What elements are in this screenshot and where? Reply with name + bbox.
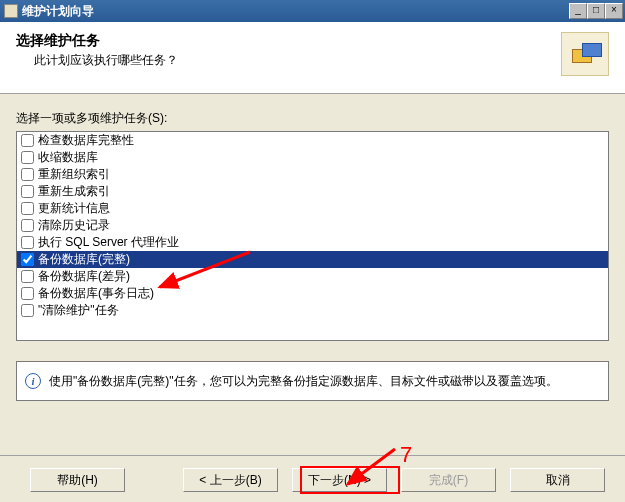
task-label: 备份数据库(事务日志) <box>38 285 154 302</box>
task-checkbox[interactable] <box>21 185 34 198</box>
task-row[interactable]: 更新统计信息 <box>17 200 608 217</box>
task-row[interactable]: 执行 SQL Server 代理作业 <box>17 234 608 251</box>
task-checkbox[interactable] <box>21 236 34 249</box>
info-text: 使用"备份数据库(完整)"任务，您可以为完整备份指定源数据库、目标文件或磁带以及… <box>49 373 558 390</box>
task-checkbox[interactable] <box>21 168 34 181</box>
app-icon <box>4 4 18 18</box>
task-checkbox[interactable] <box>21 202 34 215</box>
cancel-button[interactable]: 取消 <box>510 468 605 492</box>
back-button[interactable]: < 上一步(B) <box>183 468 278 492</box>
task-list[interactable]: 检查数据库完整性收缩数据库重新组织索引重新生成索引更新统计信息清除历史记录执行 … <box>16 131 609 341</box>
task-label: 检查数据库完整性 <box>38 132 134 149</box>
task-row[interactable]: 备份数据库(事务日志) <box>17 285 608 302</box>
task-row[interactable]: 清除历史记录 <box>17 217 608 234</box>
task-label: "清除维护"任务 <box>38 302 119 319</box>
button-row: < 上一步(B) 下一步(N) > 完成(F) 取消 <box>0 455 625 492</box>
task-label: 收缩数据库 <box>38 149 98 166</box>
window-title: 维护计划向导 <box>22 3 569 20</box>
task-checkbox[interactable] <box>21 219 34 232</box>
task-label: 清除历史记录 <box>38 217 110 234</box>
next-button[interactable]: 下一步(N) > <box>292 468 387 492</box>
task-checkbox[interactable] <box>21 287 34 300</box>
task-row[interactable]: 收缩数据库 <box>17 149 608 166</box>
task-checkbox[interactable] <box>21 270 34 283</box>
close-button[interactable]: × <box>605 3 623 19</box>
task-checkbox[interactable] <box>21 253 34 266</box>
page-title: 选择维护任务 <box>16 32 561 50</box>
task-row[interactable]: 备份数据库(完整) <box>17 251 608 268</box>
page-subtitle: 此计划应该执行哪些任务？ <box>34 52 561 69</box>
task-row[interactable]: 检查数据库完整性 <box>17 132 608 149</box>
title-bar: 维护计划向导 _ □ × <box>0 0 625 22</box>
task-label: 执行 SQL Server 代理作业 <box>38 234 179 251</box>
task-checkbox[interactable] <box>21 134 34 147</box>
task-label: 备份数据库(完整) <box>38 251 130 268</box>
task-row[interactable]: 重新组织索引 <box>17 166 608 183</box>
task-label: 备份数据库(差异) <box>38 268 130 285</box>
task-row[interactable]: "清除维护"任务 <box>17 302 608 319</box>
finish-button: 完成(F) <box>401 468 496 492</box>
task-label: 重新组织索引 <box>38 166 110 183</box>
info-icon: i <box>25 373 41 389</box>
maximize-button[interactable]: □ <box>587 3 605 19</box>
task-checkbox[interactable] <box>21 304 34 317</box>
task-label: 更新统计信息 <box>38 200 110 217</box>
task-row[interactable]: 备份数据库(差异) <box>17 268 608 285</box>
wizard-header: 选择维护任务 此计划应该执行哪些任务？ <box>0 22 625 94</box>
task-checkbox[interactable] <box>21 151 34 164</box>
info-box: i 使用"备份数据库(完整)"任务，您可以为完整备份指定源数据库、目标文件或磁带… <box>16 361 609 401</box>
task-label: 重新生成索引 <box>38 183 110 200</box>
client-area: 选择维护任务 此计划应该执行哪些任务？ 选择一项或多项维护任务(S): 检查数据… <box>0 22 625 502</box>
minimize-button[interactable]: _ <box>569 3 587 19</box>
list-label: 选择一项或多项维护任务(S): <box>16 110 609 127</box>
wizard-icon <box>561 32 609 76</box>
task-row[interactable]: 重新生成索引 <box>17 183 608 200</box>
